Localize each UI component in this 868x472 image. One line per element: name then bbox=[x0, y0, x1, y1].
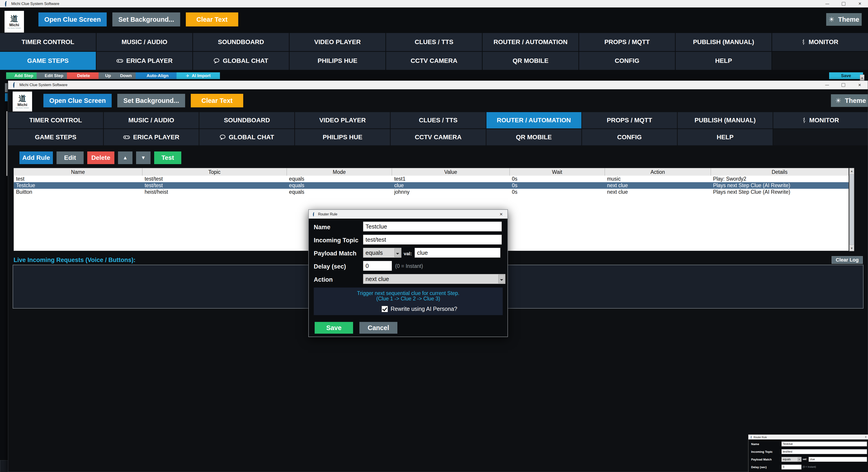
chevron-down-icon[interactable] bbox=[798, 458, 801, 461]
maximize-button[interactable] bbox=[835, 81, 851, 89]
scroll-up-icon[interactable]: ▲ bbox=[849, 168, 854, 174]
tab-soundboard[interactable]: SOUNDBOARD bbox=[199, 112, 294, 128]
val-input[interactable]: clue bbox=[414, 248, 500, 258]
close-button[interactable]: ✕ bbox=[851, 81, 868, 89]
tab-props-mqtt[interactable]: PROPS / MQTT bbox=[579, 33, 675, 51]
scroll-up-icon[interactable]: ▲ bbox=[860, 75, 864, 80]
ai-import-button[interactable]: ✈ AI Import bbox=[177, 72, 220, 79]
move-rule-up-button[interactable]: ▲ bbox=[118, 152, 132, 164]
tab-router-automation[interactable]: ROUTER / AUTOMATION bbox=[483, 33, 579, 51]
payload-match-select[interactable]: equals bbox=[363, 248, 401, 258]
delay-input[interactable]: 0 bbox=[363, 261, 392, 271]
chevron-down-icon[interactable] bbox=[498, 275, 505, 283]
name-input[interactable]: Testclue bbox=[363, 222, 502, 231]
test-rule-button[interactable]: Test bbox=[154, 152, 181, 164]
column-header-wait[interactable]: Wait bbox=[510, 168, 605, 176]
maximize-button[interactable] bbox=[835, 0, 852, 7]
cancel-button[interactable]: Cancel bbox=[360, 322, 397, 334]
table-scrollbar-thumb[interactable] bbox=[850, 174, 854, 245]
dialog-close-button[interactable]: ✕ bbox=[863, 435, 868, 439]
incoming-topic-input[interactable]: test/test bbox=[781, 449, 867, 454]
save-button[interactable]: Save bbox=[315, 322, 353, 334]
add-step-button[interactable]: Add Step bbox=[6, 72, 41, 79]
tab-game-steps[interactable]: GAME STEPS bbox=[0, 52, 96, 70]
tab-philips-hue[interactable]: PHILIPS HUE bbox=[295, 129, 390, 145]
column-header-mode[interactable]: Mode bbox=[287, 168, 392, 176]
tab-qr-mobile[interactable]: QR MOBILE bbox=[487, 129, 581, 145]
set-background-button[interactable]: Set Background... bbox=[112, 12, 180, 27]
edit-step-button[interactable]: Edit Step bbox=[37, 72, 71, 79]
save-steps-button[interactable]: Save bbox=[829, 72, 863, 79]
tab-config[interactable]: CONFIG bbox=[582, 129, 677, 145]
checkbox-checked-icon[interactable] bbox=[381, 306, 388, 312]
tab-clues-tts[interactable]: CLUES / TTS bbox=[391, 112, 486, 128]
table-row[interactable]: testtest/testequalstest10smusicPlay: Swo… bbox=[14, 176, 848, 182]
tab-help[interactable]: HELP bbox=[678, 129, 773, 145]
table-cell: Testclue bbox=[14, 182, 143, 189]
tab-qr-mobile[interactable]: QR MOBILE bbox=[483, 52, 579, 70]
tab-config[interactable]: CONFIG bbox=[579, 52, 675, 70]
tab-music-audio[interactable]: MUSIC / AUDIO bbox=[96, 33, 192, 51]
tab-game-steps[interactable]: GAME STEPS bbox=[8, 129, 103, 145]
tab-router-automation[interactable]: ROUTER / AUTOMATION bbox=[487, 112, 581, 128]
add-rule-button[interactable]: Add Rule bbox=[20, 152, 53, 164]
table-row[interactable]: Testcluetest/testequalsclue0snext cluePl… bbox=[14, 182, 848, 189]
tab-erica-player[interactable]: ERICA PLAYER bbox=[104, 129, 199, 145]
delete-step-button[interactable]: Delete bbox=[67, 72, 100, 79]
column-header-topic[interactable]: Topic bbox=[143, 168, 287, 176]
incoming-topic-input[interactable]: test/test bbox=[363, 234, 502, 245]
tab-video-player[interactable]: VIDEO PLAYER bbox=[289, 33, 385, 51]
payload-match-select[interactable]: equals bbox=[781, 457, 802, 462]
tab-erica-player[interactable]: ERICA PLAYER bbox=[96, 52, 192, 70]
tab-global-chat[interactable]: GLOBAL CHAT bbox=[193, 52, 289, 70]
table-row[interactable]: Buittonheist/heistequalsjohnny0snext clu… bbox=[14, 189, 848, 195]
tab-global-chat[interactable]: GLOBAL CHAT bbox=[199, 129, 294, 145]
tab-props-mqtt[interactable]: PROPS / MQTT bbox=[582, 112, 677, 128]
tab-music-audio[interactable]: MUSIC / AUDIO bbox=[104, 112, 199, 128]
tab-cctv-camera[interactable]: CCTV CAMERA bbox=[391, 129, 486, 145]
rules-table-header[interactable]: NameTopicModeValueWaitActionDetails bbox=[13, 168, 849, 176]
tab-publish-manual[interactable]: PUBLISH (MANUAL) bbox=[678, 112, 773, 128]
theme-button[interactable]: ☀ Theme bbox=[831, 94, 868, 107]
tab-clues-tts[interactable]: CLUES / TTS bbox=[386, 33, 482, 51]
column-header-name[interactable]: Name bbox=[14, 168, 143, 176]
scroll-down-icon[interactable]: ▼ bbox=[849, 246, 854, 251]
clear-log-button[interactable]: Clear Log bbox=[832, 256, 863, 264]
action-select[interactable]: next clue bbox=[363, 274, 505, 284]
minimize-button[interactable]: — bbox=[819, 0, 835, 7]
column-header-details[interactable]: Details bbox=[711, 168, 848, 176]
name-input[interactable]: Testclue bbox=[781, 441, 867, 446]
tab-monitor[interactable]: MONITOR bbox=[773, 112, 868, 128]
open-clue-screen-button[interactable]: Open Clue Screen bbox=[43, 94, 112, 107]
chevron-down-icon[interactable] bbox=[395, 248, 401, 257]
delay-input[interactable]: 0 bbox=[781, 465, 802, 470]
tab-timer-control[interactable]: TIMER CONTROL bbox=[0, 33, 96, 51]
delete-rule-button[interactable]: Delete bbox=[87, 152, 114, 164]
dialog-close-button[interactable]: ✕ bbox=[495, 210, 507, 219]
tab-soundboard[interactable]: SOUNDBOARD bbox=[193, 33, 289, 51]
rules-table-scrollbar[interactable]: ▲ ▼ bbox=[849, 168, 854, 251]
close-button[interactable]: ✕ bbox=[852, 0, 868, 7]
move-rule-down-button[interactable]: ▼ bbox=[136, 152, 151, 164]
tab-cctv-camera[interactable]: CCTV CAMERA bbox=[386, 52, 482, 70]
open-clue-screen-button[interactable]: Open Clue Screen bbox=[38, 12, 107, 27]
tab-help[interactable]: HELP bbox=[676, 52, 772, 70]
move-down-button[interactable]: Down bbox=[114, 72, 138, 79]
clear-text-button[interactable]: Clear Text bbox=[191, 94, 243, 107]
clear-text-button[interactable]: Clear Text bbox=[186, 12, 238, 27]
window-title: Michi Clue System Software bbox=[11, 2, 59, 6]
minimize-button[interactable]: — bbox=[819, 81, 835, 89]
tab-publish-manual[interactable]: PUBLISH (MANUAL) bbox=[676, 33, 772, 51]
tab-video-player[interactable]: VIDEO PLAYER bbox=[295, 112, 390, 128]
auto-align-button[interactable]: Auto-Align bbox=[135, 72, 180, 79]
val-input[interactable]: clue bbox=[809, 457, 867, 462]
column-header-action[interactable]: Action bbox=[605, 168, 711, 176]
router-rule-dialog-preview[interactable]: Router Rule ✕ Name Testclue Incoming Top… bbox=[748, 435, 868, 472]
tab-timer-control[interactable]: TIMER CONTROL bbox=[8, 112, 103, 128]
tab-monitor[interactable]: MONITOR bbox=[772, 33, 868, 51]
set-background-button[interactable]: Set Background... bbox=[117, 94, 185, 107]
tab-philips-hue[interactable]: PHILIPS HUE bbox=[289, 52, 385, 70]
theme-button[interactable]: ☀ Theme bbox=[826, 13, 862, 26]
edit-rule-button[interactable]: Edit bbox=[57, 152, 84, 164]
column-header-value[interactable]: Value bbox=[392, 168, 510, 176]
